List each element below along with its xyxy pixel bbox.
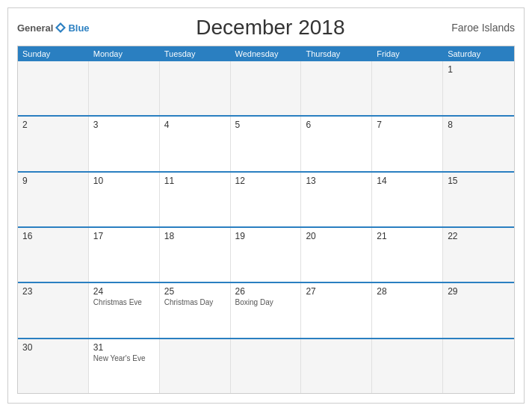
day-number: 12 (235, 176, 297, 186)
day-number: 19 (235, 231, 297, 241)
day-number: 31 (93, 342, 155, 353)
logo-general-text: General (17, 22, 53, 34)
header-saturday: Saturday (443, 46, 514, 61)
day-number: 25 (164, 286, 226, 297)
day-number: 23 (22, 286, 84, 297)
day-number: 3 (93, 120, 155, 130)
day-cell: 30 (18, 339, 89, 393)
day-number: 11 (164, 176, 226, 186)
day-number: 5 (235, 120, 297, 130)
day-cell: 23 (18, 283, 89, 337)
day-number: 18 (164, 231, 226, 241)
day-number: 6 (306, 120, 367, 130)
region-label: Faroe Islands (451, 22, 515, 34)
calendar-container: General Blue December 2018 Faroe Islands… (7, 7, 525, 404)
day-number: 24 (93, 286, 155, 297)
day-number: 22 (448, 231, 510, 241)
day-cell: 26Boxing Day (231, 283, 302, 337)
day-cell: 15 (443, 173, 514, 226)
event-label: New Year's Eve (93, 354, 155, 362)
day-cell (372, 339, 443, 393)
day-cell: 6 (301, 117, 372, 170)
day-cell: 29 (443, 283, 514, 337)
month-title: December 2018 (196, 16, 344, 40)
day-number: 16 (22, 231, 84, 241)
day-cell (89, 61, 160, 115)
day-cell: 1 (443, 61, 514, 115)
day-number: 2 (22, 120, 84, 130)
day-number: 15 (448, 176, 510, 186)
day-cell: 22 (443, 228, 514, 282)
day-cell: 11 (160, 173, 231, 226)
day-cell: 16 (18, 228, 89, 282)
week-row-3: 16171819202122 (18, 226, 514, 282)
day-cell (231, 339, 302, 393)
event-label: Christmas Eve (93, 298, 155, 306)
day-cell: 13 (301, 173, 372, 226)
event-label: Boxing Day (235, 298, 297, 306)
header-friday: Friday (372, 46, 443, 61)
day-cell: 4 (160, 117, 231, 170)
week-row-2: 9101112131415 (18, 171, 514, 226)
day-number: 29 (448, 286, 510, 297)
day-number: 17 (93, 231, 155, 241)
week-row-1: 2345678 (18, 115, 514, 170)
day-cell: 28 (372, 283, 443, 337)
day-cell (18, 61, 89, 115)
logo: General Blue (17, 21, 90, 34)
week-row-5: 3031New Year's Eve (18, 338, 514, 393)
day-number: 7 (377, 120, 438, 130)
day-cell: 25Christmas Day (160, 283, 231, 337)
day-cell: 7 (372, 117, 443, 170)
day-cell: 2 (18, 117, 89, 170)
day-number: 4 (164, 120, 226, 130)
day-cell: 24Christmas Eve (89, 283, 160, 337)
header-monday: Monday (89, 46, 160, 61)
header-wednesday: Wednesday (231, 46, 302, 61)
day-number: 9 (22, 176, 84, 186)
event-label: Christmas Day (164, 298, 226, 306)
day-cell (231, 61, 302, 115)
calendar-header: General Blue December 2018 Faroe Islands (17, 16, 515, 40)
day-number: 14 (377, 176, 438, 186)
day-number: 20 (306, 231, 367, 241)
day-number: 21 (377, 231, 438, 241)
day-cell (301, 61, 372, 115)
header-sunday: Sunday (18, 46, 89, 61)
day-cell (160, 339, 231, 393)
logo-blue-text: Blue (68, 22, 89, 34)
calendar-grid: Sunday Monday Tuesday Wednesday Thursday… (17, 46, 515, 394)
day-cell: 17 (89, 228, 160, 282)
day-headers-row: Sunday Monday Tuesday Wednesday Thursday… (18, 46, 514, 61)
day-number: 26 (235, 286, 297, 297)
header-thursday: Thursday (301, 46, 372, 61)
week-row-4: 2324Christmas Eve25Christmas Day26Boxing… (18, 282, 514, 337)
day-number: 8 (448, 120, 510, 130)
day-cell (160, 61, 231, 115)
day-cell: 5 (231, 117, 302, 170)
day-number: 10 (93, 176, 155, 186)
day-cell: 3 (89, 117, 160, 170)
day-cell: 10 (89, 173, 160, 226)
day-cell: 20 (301, 228, 372, 282)
week-row-0: 1 (18, 61, 514, 115)
logo-icon (54, 21, 67, 34)
day-cell (301, 339, 372, 393)
day-cell: 18 (160, 228, 231, 282)
weeks-container: 123456789101112131415161718192021222324C… (18, 61, 514, 393)
day-cell: 12 (231, 173, 302, 226)
day-cell (372, 61, 443, 115)
day-number: 28 (377, 286, 438, 297)
day-cell: 21 (372, 228, 443, 282)
day-cell: 19 (231, 228, 302, 282)
day-cell (443, 339, 514, 393)
day-number: 1 (448, 64, 510, 75)
day-cell: 27 (301, 283, 372, 337)
day-cell: 9 (18, 173, 89, 226)
header-tuesday: Tuesday (160, 46, 231, 61)
day-cell: 14 (372, 173, 443, 226)
day-cell: 31New Year's Eve (89, 339, 160, 393)
day-number: 30 (22, 342, 84, 353)
day-number: 27 (306, 286, 367, 297)
day-number: 13 (306, 176, 367, 186)
